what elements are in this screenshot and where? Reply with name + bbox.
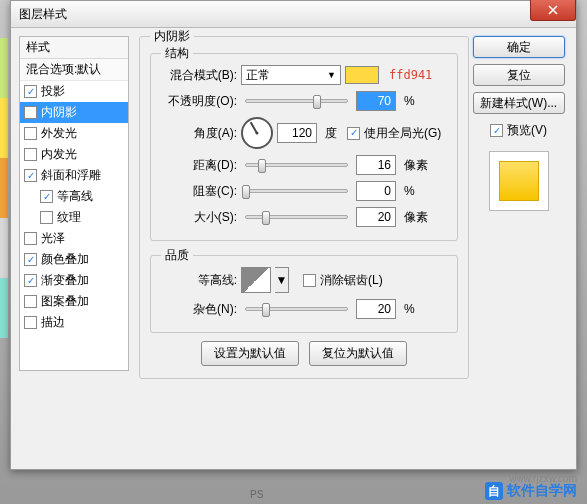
dialog-title: 图层样式 <box>19 6 67 23</box>
sidebar-checkbox[interactable] <box>24 253 37 266</box>
sidebar-checkbox[interactable] <box>40 211 53 224</box>
opacity-label: 不透明度(O): <box>159 93 237 110</box>
global-light-checkbox[interactable] <box>347 127 360 140</box>
choke-unit: % <box>404 184 415 198</box>
sidebar-item-label: 颜色叠加 <box>41 251 89 268</box>
close-button[interactable] <box>530 0 576 21</box>
quality-title: 品质 <box>161 247 193 264</box>
sidebar-checkbox[interactable] <box>24 232 37 245</box>
sidebar-item-7[interactable]: 光泽 <box>20 228 128 249</box>
watermark-text: 软件自学网 <box>507 482 577 500</box>
sidebar-checkbox[interactable] <box>24 295 37 308</box>
sidebar-item-label: 内发光 <box>41 146 77 163</box>
watermark-icon: 自 <box>485 482 503 500</box>
sidebar-checkbox[interactable] <box>24 148 37 161</box>
antialias-checkbox[interactable] <box>303 274 316 287</box>
global-light-label: 使用全局光(G) <box>364 125 441 142</box>
sidebar-item-2[interactable]: 外发光 <box>20 123 128 144</box>
sidebar-item-label: 光泽 <box>41 230 65 247</box>
new-style-button[interactable]: 新建样式(W)... <box>473 92 565 114</box>
color-hex: ffd941 <box>389 68 432 82</box>
opacity-input[interactable]: 70 <box>356 91 396 111</box>
distance-label: 距离(D): <box>159 157 237 174</box>
preview-checkbox[interactable] <box>490 124 503 137</box>
sidebar-blend-options[interactable]: 混合选项:默认 <box>20 59 128 81</box>
preview-box <box>489 151 549 211</box>
sidebar-item-label: 图案叠加 <box>41 293 89 310</box>
panel-title: 内阴影 <box>150 28 194 45</box>
sidebar-item-8[interactable]: 颜色叠加 <box>20 249 128 270</box>
sidebar-item-6[interactable]: 纹理 <box>20 207 128 228</box>
noise-unit: % <box>404 302 415 316</box>
preview-swatch <box>499 161 539 201</box>
close-icon <box>548 5 558 15</box>
sidebar-item-label: 渐变叠加 <box>41 272 89 289</box>
sidebar-checkbox[interactable] <box>24 169 37 182</box>
cancel-button[interactable]: 复位 <box>473 64 565 86</box>
contour-label: 等高线: <box>159 272 237 289</box>
sidebar-item-4[interactable]: 斜面和浮雕 <box>20 165 128 186</box>
sidebar-checkbox[interactable] <box>24 274 37 287</box>
sidebar-item-9[interactable]: 渐变叠加 <box>20 270 128 291</box>
noise-label: 杂色(N): <box>159 301 237 318</box>
sidebar-item-0[interactable]: 投影 <box>20 81 128 102</box>
angle-input[interactable]: 120 <box>277 123 317 143</box>
sidebar-item-label: 斜面和浮雕 <box>41 167 101 184</box>
antialias-label: 消除锯齿(L) <box>320 272 383 289</box>
sidebar-item-10[interactable]: 图案叠加 <box>20 291 128 312</box>
sidebar-item-5[interactable]: 等高线 <box>20 186 128 207</box>
noise-input[interactable]: 20 <box>356 299 396 319</box>
angle-dial[interactable] <box>241 117 273 149</box>
color-swatch[interactable] <box>345 66 379 84</box>
sidebar-checkbox[interactable] <box>24 106 37 119</box>
size-label: 大小(S): <box>159 209 237 226</box>
choke-label: 阻塞(C): <box>159 183 237 200</box>
structure-title: 结构 <box>161 45 193 62</box>
watermark: 自 软件自学网 <box>485 482 577 500</box>
opacity-unit: % <box>404 94 415 108</box>
sidebar-item-11[interactable]: 描边 <box>20 312 128 333</box>
ps-label: PS <box>250 489 263 500</box>
contour-dropdown[interactable]: ▼ <box>275 267 289 293</box>
right-column: 确定 复位 新建样式(W)... 预览(V) <box>471 36 566 211</box>
angle-label: 角度(A): <box>159 125 237 142</box>
blend-mode-label: 混合模式(B): <box>159 67 237 84</box>
size-unit: 像素 <box>404 209 428 226</box>
distance-slider[interactable] <box>245 163 348 167</box>
sidebar-checkbox[interactable] <box>24 127 37 140</box>
distance-input[interactable]: 16 <box>356 155 396 175</box>
contour-picker[interactable] <box>241 267 271 293</box>
ok-button[interactable]: 确定 <box>473 36 565 58</box>
size-slider[interactable] <box>245 215 348 219</box>
blend-mode-select[interactable]: 正常 <box>241 65 341 85</box>
sidebar-item-label: 投影 <box>41 83 65 100</box>
distance-unit: 像素 <box>404 157 428 174</box>
sidebar-item-3[interactable]: 内发光 <box>20 144 128 165</box>
sidebar-checkbox[interactable] <box>40 190 53 203</box>
main-panel: 内阴影 结构 混合模式(B): 正常 ffd941 不透明度(O): 70 % <box>139 36 469 389</box>
sidebar-checkbox[interactable] <box>24 316 37 329</box>
noise-slider[interactable] <box>245 307 348 311</box>
sidebar-item-label: 等高线 <box>57 188 93 205</box>
sidebar-item-1[interactable]: 内阴影 <box>20 102 128 123</box>
layer-style-dialog: 图层样式 样式 混合选项:默认 投影内阴影外发光内发光斜面和浮雕等高线纹理光泽颜… <box>10 0 577 470</box>
sidebar-checkbox[interactable] <box>24 85 37 98</box>
reset-default-button[interactable]: 复位为默认值 <box>309 341 407 366</box>
angle-unit: 度 <box>325 125 337 142</box>
set-default-button[interactable]: 设置为默认值 <box>201 341 299 366</box>
titlebar[interactable]: 图层样式 <box>11 1 576 28</box>
choke-slider[interactable] <box>245 189 348 193</box>
opacity-slider[interactable] <box>245 99 348 103</box>
sidebar-header: 样式 <box>20 37 128 59</box>
styles-sidebar: 样式 混合选项:默认 投影内阴影外发光内发光斜面和浮雕等高线纹理光泽颜色叠加渐变… <box>19 36 129 371</box>
sidebar-item-label: 纹理 <box>57 209 81 226</box>
sidebar-item-label: 内阴影 <box>41 104 77 121</box>
size-input[interactable]: 20 <box>356 207 396 227</box>
preview-label: 预览(V) <box>507 122 547 139</box>
choke-input[interactable]: 0 <box>356 181 396 201</box>
sidebar-item-label: 外发光 <box>41 125 77 142</box>
sidebar-item-label: 描边 <box>41 314 65 331</box>
